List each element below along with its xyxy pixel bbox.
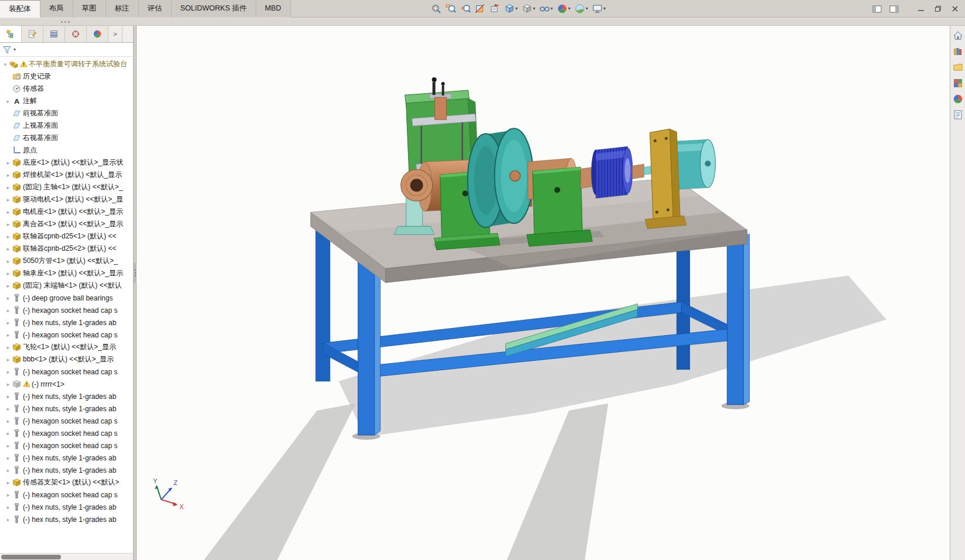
tree-item[interactable]: ▸ (-) hex nuts, style 1-grades ab bbox=[0, 316, 133, 329]
expand-arrow-icon[interactable]: ▸ bbox=[5, 197, 12, 203]
displaymanager-tab[interactable] bbox=[87, 26, 108, 42]
expand-arrow-icon[interactable]: ▸ bbox=[5, 455, 12, 461]
file-explorer-button[interactable] bbox=[952, 61, 964, 74]
tree-item[interactable]: ▸ (固定) 主轴<1> (默认) <<默认>_ bbox=[0, 181, 133, 193]
expand-arrow-icon[interactable]: ▸ bbox=[5, 504, 12, 510]
expand-arrow-icon[interactable]: ▸ bbox=[5, 172, 12, 178]
menu-tab-6[interactable]: MBD bbox=[256, 0, 291, 18]
annotation-view-button[interactable] bbox=[488, 2, 501, 16]
tree-item[interactable]: ▸ 底座<1> (默认) <<默认>_显示状 bbox=[0, 156, 133, 169]
menu-tab-0[interactable]: 装配体 bbox=[0, 0, 40, 18]
tree-item[interactable]: ▸ (-) rrrrr<1> bbox=[0, 378, 133, 390]
tree-item[interactable]: ▸ (-) hexagon socket head cap s bbox=[0, 415, 133, 427]
tree-item[interactable]: ▸ 原点 bbox=[0, 144, 133, 156]
menu-tab-4[interactable]: 评估 bbox=[139, 0, 172, 18]
viewport-canvas[interactable]: Y Z X bbox=[137, 26, 950, 560]
tree-item[interactable]: ▸ (-) hex nuts, style 1-grades ab bbox=[0, 390, 133, 402]
dropdown-caret-icon[interactable]: ▾ bbox=[551, 6, 553, 11]
view-settings-button[interactable]: ▾ bbox=[591, 2, 607, 16]
dropdown-caret-icon[interactable]: ▾ bbox=[533, 6, 535, 11]
tree-horizontal-scrollbar[interactable] bbox=[0, 553, 133, 560]
expand-arrow-icon[interactable]: ▸ bbox=[5, 308, 12, 313]
design-library-button[interactable] bbox=[952, 45, 964, 58]
tree-item[interactable]: ▸ (-) hex nuts, style 1-grades ab bbox=[0, 452, 133, 464]
dropdown-caret-icon[interactable]: ▾ bbox=[568, 6, 570, 11]
tree-item[interactable]: ▸ 注解 bbox=[0, 95, 133, 107]
expand-arrow-icon[interactable]: ▸ bbox=[5, 246, 12, 252]
hide-show-items-button[interactable]: ▾ bbox=[538, 2, 554, 16]
tree-item[interactable]: ▸ (-) hexagon socket head cap s bbox=[0, 366, 133, 378]
tree-item[interactable]: ▸ (-) hex nuts, style 1-grades ab bbox=[0, 464, 133, 476]
filter-funnel-icon[interactable] bbox=[2, 45, 12, 54]
dropdown-caret-icon[interactable]: ▾ bbox=[603, 6, 606, 11]
tree-item[interactable]: ▸ (-) hex nuts, style 1-grades ab bbox=[0, 513, 133, 525]
expand-arrow-icon[interactable]: ▸ bbox=[5, 394, 12, 399]
display-style-button[interactable]: ▾ bbox=[521, 2, 536, 16]
expand-arrow-icon[interactable]: ▸ bbox=[5, 160, 12, 166]
view-orientation-button[interactable]: ▾ bbox=[503, 2, 519, 16]
tree-item[interactable]: ▸ 右视基准面 bbox=[0, 132, 133, 144]
expand-arrow-icon[interactable]: ▸ bbox=[5, 320, 12, 326]
expand-arrow-icon[interactable]: ▸ bbox=[5, 344, 12, 350]
tree-item[interactable]: ▸ 飞轮<1> (默认) <<默认>_显示 bbox=[0, 341, 133, 353]
apply-scene-button[interactable]: ▾ bbox=[573, 2, 589, 16]
expand-arrow-icon[interactable]: ▸ bbox=[5, 418, 12, 424]
tree-item[interactable]: ▸ 传感器 bbox=[0, 83, 133, 95]
edit-appearance-button[interactable]: ▾ bbox=[556, 2, 572, 16]
tree-item[interactable]: ▸ (-) hex nuts, style 1-grades ab bbox=[0, 402, 133, 415]
menu-tab-2[interactable]: 草图 bbox=[73, 0, 106, 18]
tree-item[interactable]: ▸ 联轴器cpnb-d25<2> (默认) << bbox=[0, 243, 133, 255]
flywheel-discs-part[interactable] bbox=[468, 128, 534, 227]
tree-item[interactable]: ▸ 电机座<1> (默认) <<默认>_显示 bbox=[0, 206, 133, 218]
expand-arrow-icon[interactable]: ▸ bbox=[5, 357, 12, 363]
pane-toggle-right-button[interactable] bbox=[886, 2, 902, 16]
tree-item[interactable]: ▸ (-) hexagon socket head cap s bbox=[0, 304, 133, 316]
tree-item[interactable]: ▸ 焊接机架<1> (默认) <默认_显示 bbox=[0, 169, 133, 181]
section-view-button[interactable] bbox=[474, 2, 487, 16]
scrollbar-thumb[interactable] bbox=[1, 555, 61, 559]
graphics-area[interactable]: Y Z X bbox=[137, 26, 950, 560]
tree-item[interactable]: ▸ bbb<1> (默认) <<默认>_显示 bbox=[0, 353, 133, 366]
tree-item[interactable]: ▸ 历史记录 bbox=[0, 70, 133, 83]
close-button[interactable] bbox=[947, 2, 963, 16]
expand-arrow-icon[interactable]: ▸ bbox=[5, 492, 12, 498]
tree-item[interactable]: ▸ 驱动电机<1> (默认) <<默认>_显 bbox=[0, 193, 133, 206]
expand-arrow-icon[interactable]: ▸ bbox=[5, 517, 12, 523]
expand-arrow-icon[interactable]: ▸ bbox=[5, 443, 12, 449]
menu-tab-3[interactable]: 标注 bbox=[106, 0, 139, 18]
expand-arrow-icon[interactable]: ▸ bbox=[5, 381, 12, 387]
panel-collapse-handle[interactable] bbox=[57, 20, 73, 24]
expand-arrow-icon[interactable]: ▸ bbox=[5, 271, 12, 276]
view-palette-button[interactable] bbox=[952, 77, 964, 90]
tree-item[interactable]: ▸ (-) hexagon socket head cap s bbox=[0, 427, 133, 439]
expand-panel-button[interactable]: > bbox=[108, 26, 123, 42]
pane-toggle-left-button[interactable] bbox=[869, 2, 885, 16]
menu-tab-5[interactable]: SOLIDWORKS 插件 bbox=[172, 0, 256, 18]
configurationmanager-tab[interactable] bbox=[43, 26, 65, 42]
home-button[interactable] bbox=[952, 29, 964, 42]
restore-button[interactable] bbox=[930, 2, 946, 16]
dropdown-caret-icon[interactable]: ▾ bbox=[515, 6, 518, 11]
featuremanager-tab[interactable] bbox=[0, 26, 22, 42]
zoom-area-button[interactable] bbox=[444, 2, 457, 16]
previous-view-button[interactable] bbox=[459, 2, 472, 16]
zoom-fit-button[interactable] bbox=[430, 2, 443, 16]
expand-arrow-icon[interactable]: ▸ bbox=[5, 480, 12, 486]
expand-arrow-icon[interactable]: ▸ bbox=[5, 467, 12, 473]
tree-item[interactable]: ▸ 联轴器cpnb-d25<1> (默认) << bbox=[0, 230, 133, 243]
expand-arrow-icon[interactable]: ▸ bbox=[5, 406, 12, 412]
expand-arrow-icon[interactable]: ▸ bbox=[5, 431, 12, 436]
expand-arrow-icon[interactable]: ▸ bbox=[5, 369, 12, 375]
panel-splitter[interactable] bbox=[134, 26, 137, 560]
propertymanager-tab[interactable] bbox=[22, 26, 43, 42]
minimize-button[interactable] bbox=[913, 2, 929, 16]
tree-item[interactable]: ▸ (-) hex nuts, style 1-grades ab bbox=[0, 501, 133, 513]
expand-arrow-icon[interactable]: ▸ bbox=[5, 221, 12, 227]
dimxpertmanager-tab[interactable] bbox=[65, 26, 87, 42]
tree-item[interactable]: ▾ 不平衡质量可调转子系统试验台 bbox=[0, 58, 133, 70]
expand-arrow-icon[interactable]: ▸ bbox=[5, 332, 12, 338]
tree-item[interactable]: ▸ (-) deep groove ball bearings bbox=[0, 292, 133, 304]
expand-arrow-icon[interactable]: ▸ bbox=[5, 185, 12, 190]
appearances-button[interactable] bbox=[952, 93, 964, 105]
clutch-part[interactable] bbox=[591, 146, 632, 198]
